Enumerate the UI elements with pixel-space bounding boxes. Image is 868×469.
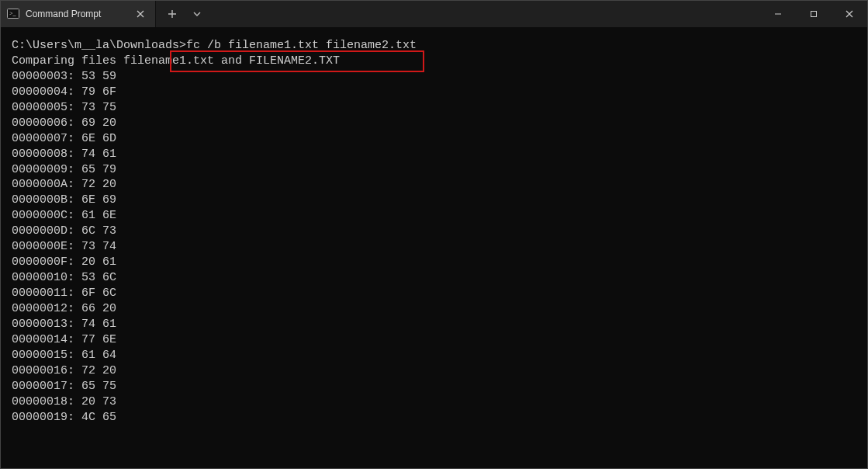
window: >_ Command Prompt	[0, 0, 868, 469]
tabstrip-controls	[156, 1, 209, 27]
close-window-button[interactable]	[832, 1, 867, 27]
maximize-button[interactable]	[796, 1, 832, 27]
svg-text:>_: >_	[9, 10, 17, 17]
tab-command-prompt[interactable]: >_ Command Prompt	[1, 1, 156, 27]
minimize-button[interactable]	[760, 1, 796, 27]
comparing-line: Comparing files filename1.txt and FILENA…	[12, 54, 340, 68]
tab-dropdown-button[interactable]	[185, 2, 209, 26]
tab-title: Command Prompt	[26, 9, 101, 19]
terminal-output[interactable]: C:\Users\m__la\Downloads>fc /b filename1…	[1, 27, 867, 468]
command-text: fc /b filename1.txt filename2.txt	[186, 39, 417, 52]
new-tab-button[interactable]	[161, 2, 184, 26]
svg-rect-2	[811, 12, 817, 17]
prompt-text: C:\Users\m__la\Downloads>	[12, 39, 186, 52]
titlebar: >_ Command Prompt	[1, 1, 867, 27]
diff-rows: 00000003: 53 59 00000004: 79 6F 00000005…	[12, 70, 116, 424]
cmd-icon: >_	[7, 8, 19, 20]
tab-close-button[interactable]	[133, 7, 147, 21]
window-controls	[760, 1, 867, 27]
